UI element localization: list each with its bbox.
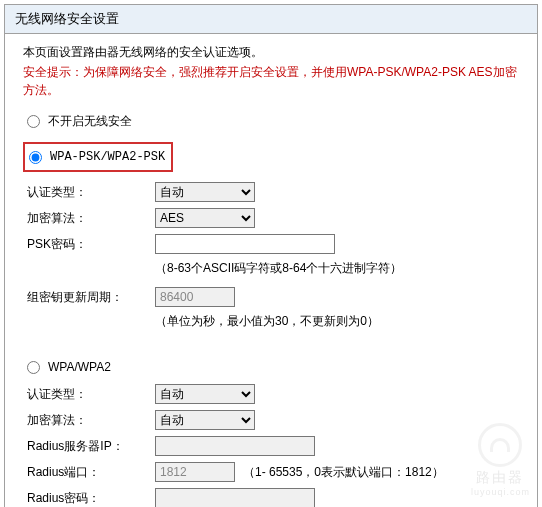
radius-pwd-row: Radius密码： bbox=[23, 488, 519, 507]
wpapsk-psk-label: PSK密码： bbox=[27, 236, 155, 253]
radio-wpa[interactable] bbox=[27, 361, 40, 374]
wpapsk-rekey-input[interactable] bbox=[155, 287, 235, 307]
security-panel: 无线网络安全设置 本页面设置路由器无线网络的安全认证选项。 安全提示：为保障网络… bbox=[4, 4, 538, 507]
radius-ip-label: Radius服务器IP： bbox=[27, 438, 155, 455]
radius-port-hint: （1- 65535，0表示默认端口：1812） bbox=[243, 464, 444, 481]
radius-ip-input[interactable] bbox=[155, 436, 315, 456]
wpa-auth-label: 认证类型： bbox=[27, 386, 155, 403]
psk-password-input[interactable] bbox=[155, 234, 335, 254]
wpa-encrypt-select[interactable]: 自动 bbox=[155, 410, 255, 430]
wpapsk-rekey-label: 组密钥更新周期： bbox=[27, 289, 155, 306]
wpapsk-rekey-hint: （单位为秒，最小值为30，不更新则为0） bbox=[23, 313, 519, 330]
option-none-row[interactable]: 不开启无线安全 bbox=[23, 113, 519, 130]
wpapsk-encrypt-select[interactable]: AES bbox=[155, 208, 255, 228]
wpapsk-auth-label: 认证类型： bbox=[27, 184, 155, 201]
intro-text: 本页面设置路由器无线网络的安全认证选项。 bbox=[23, 44, 519, 61]
wpapsk-auth-select[interactable]: 自动 bbox=[155, 182, 255, 202]
wpapsk-auth-row: 认证类型： 自动 bbox=[23, 182, 519, 202]
radius-pwd-input[interactable] bbox=[155, 488, 315, 507]
radius-port-label: Radius端口： bbox=[27, 464, 155, 481]
option-wpa-row[interactable]: WPA/WPA2 bbox=[23, 360, 519, 374]
radius-ip-row: Radius服务器IP： bbox=[23, 436, 519, 456]
wpapsk-encrypt-row: 加密算法： AES bbox=[23, 208, 519, 228]
radio-wpa-label: WPA/WPA2 bbox=[48, 360, 111, 374]
radio-wpapsk[interactable] bbox=[29, 151, 42, 164]
wpa-encrypt-label: 加密算法： bbox=[27, 412, 155, 429]
wpapsk-rekey-row: 组密钥更新周期： bbox=[23, 287, 519, 307]
wpa-auth-row: 认证类型： 自动 bbox=[23, 384, 519, 404]
wpa-encrypt-row: 加密算法： 自动 bbox=[23, 410, 519, 430]
radio-none-label: 不开启无线安全 bbox=[48, 113, 132, 130]
wpapsk-psk-row: PSK密码： bbox=[23, 234, 519, 254]
radius-port-row: Radius端口： （1- 65535，0表示默认端口：1812） bbox=[23, 462, 519, 482]
radius-pwd-label: Radius密码： bbox=[27, 490, 155, 507]
option-wpapsk-row[interactable]: WPA-PSK/WPA2-PSK bbox=[23, 142, 173, 172]
radio-none[interactable] bbox=[27, 115, 40, 128]
radio-wpapsk-label: WPA-PSK/WPA2-PSK bbox=[50, 150, 165, 164]
wpa-auth-select[interactable]: 自动 bbox=[155, 384, 255, 404]
security-warning: 安全提示：为保障网络安全，强烈推荐开启安全设置，并使用WPA-PSK/WPA2-… bbox=[23, 63, 519, 99]
radius-port-input[interactable] bbox=[155, 462, 235, 482]
wpapsk-encrypt-label: 加密算法： bbox=[27, 210, 155, 227]
psk-hint: （8-63个ASCII码字符或8-64个十六进制字符） bbox=[23, 260, 519, 277]
panel-title: 无线网络安全设置 bbox=[5, 5, 537, 34]
panel-body: 本页面设置路由器无线网络的安全认证选项。 安全提示：为保障网络安全，强烈推荐开启… bbox=[5, 34, 537, 507]
